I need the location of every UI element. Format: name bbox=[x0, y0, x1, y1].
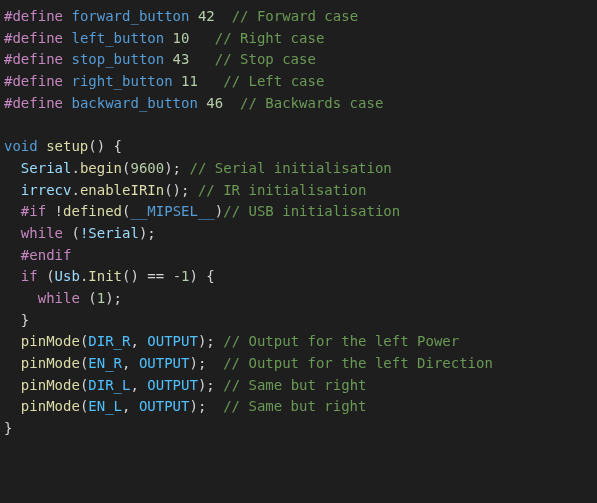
pinmode-call: pinMode bbox=[21, 398, 80, 414]
preproc-endif: #endif bbox=[21, 247, 72, 263]
pin-en-r: EN_R bbox=[88, 355, 122, 371]
pin-dir-r: DIR_R bbox=[88, 333, 130, 349]
define-value: 11 bbox=[181, 73, 198, 89]
comment: // Forward case bbox=[232, 8, 358, 24]
comment: // Left case bbox=[223, 73, 324, 89]
method-begin: begin bbox=[80, 160, 122, 176]
irrecv-object: irrecv bbox=[21, 182, 72, 198]
macro-mipsel: __MIPSEL__ bbox=[130, 203, 214, 219]
comment: // Output for the left Power bbox=[223, 333, 459, 349]
define-value: 43 bbox=[173, 51, 190, 67]
define-name: left_button bbox=[71, 30, 164, 46]
define-name: right_button bbox=[71, 73, 172, 89]
serial-cond: !Serial bbox=[80, 225, 139, 241]
pinmode-call: pinMode bbox=[21, 355, 80, 371]
define-name: stop_button bbox=[71, 51, 164, 67]
pin-dir-l: DIR_L bbox=[88, 377, 130, 393]
define-name: forward_button bbox=[71, 8, 189, 24]
baud-rate: 9600 bbox=[130, 160, 164, 176]
pin-output: OUTPUT bbox=[147, 377, 198, 393]
while-keyword: while bbox=[21, 225, 63, 241]
number-one: 1 bbox=[97, 290, 105, 306]
pin-output: OUTPUT bbox=[147, 333, 198, 349]
comment: // Backwards case bbox=[240, 95, 383, 111]
code-block: #define forward_button 42 // Forward cas… bbox=[0, 0, 597, 446]
comment: // Right case bbox=[215, 30, 325, 46]
defined-call: defined bbox=[63, 203, 122, 219]
comment: // Serial initialisation bbox=[189, 160, 391, 176]
method-enable-irin: enableIRIn bbox=[80, 182, 164, 198]
define-value: 42 bbox=[198, 8, 215, 24]
serial-object: Serial bbox=[21, 160, 72, 176]
method-init: Init bbox=[88, 268, 122, 284]
return-type: void bbox=[4, 138, 38, 154]
define-value: 46 bbox=[206, 95, 223, 111]
pin-output: OUTPUT bbox=[139, 398, 190, 414]
comment: // Same but right bbox=[223, 377, 366, 393]
comment: // Output for the left Direction bbox=[223, 355, 493, 371]
if-keyword: if bbox=[21, 268, 38, 284]
comment: // USB initialisation bbox=[223, 203, 400, 219]
while-keyword: while bbox=[38, 290, 80, 306]
pin-en-l: EN_L bbox=[88, 398, 122, 414]
pin-output: OUTPUT bbox=[139, 355, 190, 371]
neg-one: -1 bbox=[173, 268, 190, 284]
comment: // Stop case bbox=[215, 51, 316, 67]
comment: // Same but right bbox=[223, 398, 366, 414]
define-name: backward_button bbox=[71, 95, 197, 111]
define-value: 10 bbox=[173, 30, 190, 46]
preproc-if: #if bbox=[21, 203, 46, 219]
function-name: setup bbox=[46, 138, 88, 154]
pinmode-call: pinMode bbox=[21, 333, 80, 349]
usb-object: Usb bbox=[55, 268, 80, 284]
pinmode-call: pinMode bbox=[21, 377, 80, 393]
comment: // IR initialisation bbox=[198, 182, 367, 198]
